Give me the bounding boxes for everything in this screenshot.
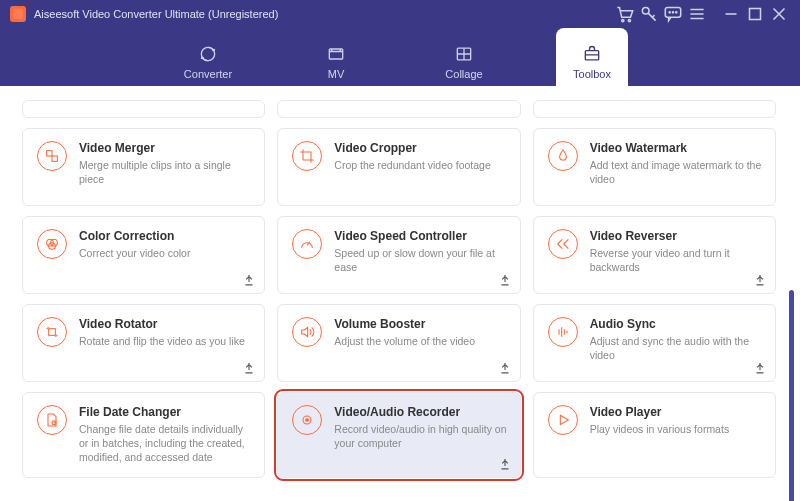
titlebar: Aiseesoft Video Converter Ultimate (Unre…	[0, 0, 800, 28]
color-icon	[37, 229, 67, 259]
tab-label: Collage	[445, 68, 482, 80]
tool-desc: Crop the redundant video footage	[334, 158, 507, 172]
tool-volume-booster[interactable]: Volume BoosterAdjust the volume of the v…	[277, 304, 520, 382]
tool-video-watermark[interactable]: Video WatermarkAdd text and image waterm…	[533, 128, 776, 206]
svg-point-20	[306, 419, 309, 422]
pin-icon[interactable]	[753, 273, 767, 287]
merge-icon	[37, 141, 67, 171]
tool-audio-sync[interactable]: Audio SyncAdjust and sync the audio with…	[533, 304, 776, 382]
tool-file-date-changer[interactable]: File Date ChangerChange file date detail…	[22, 392, 265, 478]
app-title: Aiseesoft Video Converter Ultimate (Unre…	[34, 8, 278, 20]
tool-video-speed[interactable]: Video Speed ControllerSpeed up or slow d…	[277, 216, 520, 294]
volume-icon	[292, 317, 322, 347]
card-sliver	[22, 100, 265, 118]
tab-mv[interactable]: MV	[300, 28, 372, 86]
scrollbar[interactable]	[784, 100, 792, 487]
tool-desc: Merge multiple clips into a single piece	[79, 158, 252, 186]
tool-video-audio-recorder[interactable]: Video/Audio RecorderRecord video/audio i…	[277, 392, 520, 478]
crop-icon	[292, 141, 322, 171]
tool-desc: Reverse your video and turn it backwards	[590, 246, 763, 274]
close-button[interactable]	[768, 3, 790, 25]
tool-desc: Rotate and flip the video as you like	[79, 334, 252, 348]
tool-title: Video Reverser	[590, 229, 763, 243]
pin-icon[interactable]	[498, 361, 512, 375]
tool-desc: Add text and image watermark to the vide…	[590, 158, 763, 186]
tool-title: File Date Changer	[79, 405, 252, 419]
speed-icon	[292, 229, 322, 259]
tool-video-cropper[interactable]: Video CropperCrop the redundant video fo…	[277, 128, 520, 206]
tool-video-merger[interactable]: Video MergerMerge multiple clips into a …	[22, 128, 265, 206]
pin-icon[interactable]	[753, 361, 767, 375]
tool-video-rotator[interactable]: Video RotatorRotate and flip the video a…	[22, 304, 265, 382]
pin-icon[interactable]	[242, 273, 256, 287]
tab-label: MV	[328, 68, 345, 80]
tool-title: Video/Audio Recorder	[334, 405, 507, 419]
svg-point-0	[622, 20, 624, 22]
svg-rect-7	[750, 9, 761, 20]
svg-point-6	[676, 12, 677, 13]
tool-video-player[interactable]: Video PlayerPlay videos in various forma…	[533, 392, 776, 478]
tool-title: Video Cropper	[334, 141, 507, 155]
app-logo-icon	[10, 6, 26, 22]
tool-title: Video Speed Controller	[334, 229, 507, 243]
svg-rect-17	[49, 329, 56, 336]
tool-title: Video Rotator	[79, 317, 252, 331]
tool-title: Color Correction	[79, 229, 252, 243]
card-sliver	[277, 100, 520, 118]
maximize-button[interactable]	[744, 3, 766, 25]
svg-point-5	[672, 12, 673, 13]
svg-point-4	[669, 12, 670, 13]
menu-icon[interactable]	[686, 3, 708, 25]
tab-collage[interactable]: Collage	[428, 28, 500, 86]
key-icon[interactable]	[638, 3, 660, 25]
svg-rect-13	[52, 156, 57, 161]
pin-icon[interactable]	[498, 273, 512, 287]
scrollbar-thumb[interactable]	[789, 290, 794, 501]
tool-title: Video Watermark	[590, 141, 763, 155]
app-window: Aiseesoft Video Converter Ultimate (Unre…	[0, 0, 800, 501]
tool-desc: Adjust and sync the audio with the video	[590, 334, 763, 362]
tool-title: Video Player	[590, 405, 763, 419]
tool-title: Volume Booster	[334, 317, 507, 331]
pin-icon[interactable]	[242, 361, 256, 375]
tool-grid: Video MergerMerge multiple clips into a …	[22, 100, 784, 487]
tool-video-reverser[interactable]: Video ReverserReverse your video and tur…	[533, 216, 776, 294]
card-sliver	[533, 100, 776, 118]
tool-desc: Adjust the volume of the video	[334, 334, 507, 348]
tab-converter[interactable]: Converter	[172, 28, 244, 86]
main-tabs: Converter MV Collage Toolbox	[0, 28, 800, 86]
tool-desc: Change file date details individually or…	[79, 422, 252, 465]
sync-icon	[548, 317, 578, 347]
rotate-icon	[37, 317, 67, 347]
toolbox-panel: Video MergerMerge multiple clips into a …	[0, 86, 800, 501]
svg-point-1	[628, 20, 630, 22]
tool-title: Video Merger	[79, 141, 252, 155]
tab-toolbox[interactable]: Toolbox	[556, 28, 628, 86]
tab-label: Toolbox	[573, 68, 611, 80]
tool-desc: Speed up or slow down your file at ease	[334, 246, 507, 274]
reverse-icon	[548, 229, 578, 259]
tool-title: Audio Sync	[590, 317, 763, 331]
recorder-icon	[292, 405, 322, 435]
tool-color-correction[interactable]: Color CorrectionCorrect your video color	[22, 216, 265, 294]
tool-desc: Record video/audio in high quality on yo…	[334, 422, 507, 450]
minimize-button[interactable]	[720, 3, 742, 25]
tool-desc: Play videos in various formats	[590, 422, 763, 436]
tab-label: Converter	[184, 68, 232, 80]
tool-desc: Correct your video color	[79, 246, 252, 260]
watermark-icon	[548, 141, 578, 171]
svg-rect-12	[47, 151, 52, 156]
pin-icon[interactable]	[498, 457, 512, 471]
date-icon	[37, 405, 67, 435]
play-icon	[548, 405, 578, 435]
feedback-icon[interactable]	[662, 3, 684, 25]
cart-icon[interactable]	[614, 3, 636, 25]
